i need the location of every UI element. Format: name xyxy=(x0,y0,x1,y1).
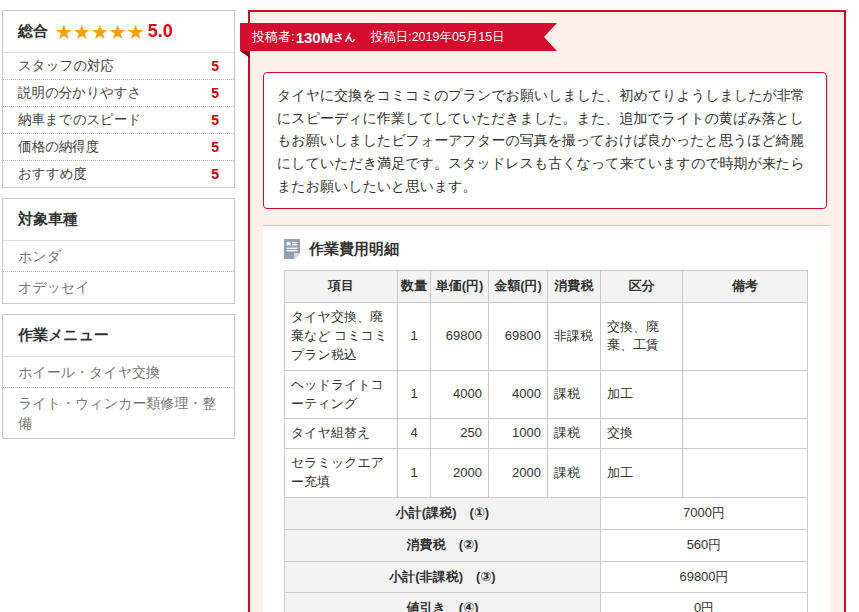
poster-label: 投稿者: xyxy=(252,28,295,46)
cell-tax: 課税 xyxy=(548,370,601,419)
rating-value: 5 xyxy=(211,112,219,128)
cell-price: 69800 xyxy=(431,303,489,371)
summary-label: 小計(課税) (①) xyxy=(285,497,601,529)
post-date: 2019年05月15日 xyxy=(412,29,505,46)
summary-value: 560円 xyxy=(601,529,808,561)
summary-row-subtotal-taxable: 小計(課税) (①) 7000円 xyxy=(285,497,808,529)
summary-value: 69800円 xyxy=(601,561,808,593)
summary-row-tax: 消費税 (②) 560円 xyxy=(285,529,808,561)
star-icon xyxy=(55,21,73,43)
cell-note xyxy=(683,303,808,371)
review-text: タイヤに交換をコミコミのプランでお願いしました、初めてりようしましたが非常にスピ… xyxy=(277,87,805,194)
summary-row-discount: 値引き (④) 0円 xyxy=(285,593,808,612)
sidebar-item-maker[interactable]: ホンダ xyxy=(3,241,234,271)
col-header-category: 区分 xyxy=(601,271,683,303)
col-header-tax: 消費税 xyxy=(548,271,601,303)
cell-price: 250 xyxy=(431,419,489,449)
table-row: タイヤ交換、廃棄など コミコミプラン税込 1 69800 69800 非課税 交… xyxy=(285,303,808,371)
summary-row-subtotal-nontaxable: 小計(非課税) (③) 69800円 xyxy=(285,561,808,593)
sidebar-item-wheel-tire[interactable]: ホイール・タイヤ交換 xyxy=(3,357,234,387)
cell-amount: 1000 xyxy=(489,419,548,449)
summary-label: 消費税 (②) xyxy=(285,529,601,561)
cell-qty: 4 xyxy=(398,419,431,449)
col-header-price: 単価(円) xyxy=(431,271,489,303)
rating-value: 5 xyxy=(211,85,219,101)
rating-label: 納車までのスピード xyxy=(18,111,141,129)
rating-row-recommend: おすすめ度 5 xyxy=(3,160,234,187)
overall-rating-header: 総合 5.0 xyxy=(3,11,234,53)
rating-row-speed: 納車までのスピード 5 xyxy=(3,106,234,133)
cell-qty: 1 xyxy=(398,449,431,498)
cell-category: 加工 xyxy=(601,370,683,419)
col-header-amount: 金額(円) xyxy=(489,271,548,303)
document-icon xyxy=(283,239,301,259)
overall-score: 5.0 xyxy=(148,21,173,42)
cell-note xyxy=(683,419,808,449)
poster-name: 130M xyxy=(296,29,334,46)
work-menu-title: 作業メニュー xyxy=(3,315,234,357)
work-cost-header: 作業費用明細 xyxy=(283,239,830,259)
table-row: セラミックエアー充填 1 2000 2000 課税 加工 xyxy=(285,449,808,498)
rating-label: 価格の納得度 xyxy=(18,138,99,156)
cell-category: 加工 xyxy=(601,449,683,498)
table-header-row: 項目 数量 単価(円) 金額(円) 消費税 区分 備考 xyxy=(285,271,808,303)
rating-row-staff: スタッフの対応 5 xyxy=(3,53,234,79)
review-sidebar: 総合 5.0 スタッフの対応 5 説明の分かりやすさ 5 納車までのスピード 5… xyxy=(2,10,235,449)
cell-note xyxy=(683,370,808,419)
cell-item: ヘッドライトコーティング xyxy=(285,370,398,419)
cell-category: 交換、廃棄、工賃 xyxy=(601,303,683,371)
work-cost-title: 作業費用明細 xyxy=(309,240,399,259)
cell-price: 4000 xyxy=(431,370,489,419)
cell-amount: 2000 xyxy=(489,449,548,498)
rating-row-explanation: 説明の分かりやすさ 5 xyxy=(3,79,234,106)
overall-rating-box: 総合 5.0 スタッフの対応 5 説明の分かりやすさ 5 納車までのスピード 5… xyxy=(2,10,235,188)
target-vehicle-box: 対象車種 ホンダ オデッセイ xyxy=(2,198,235,304)
rating-row-price: 価格の納得度 5 xyxy=(3,133,234,160)
col-header-note: 備考 xyxy=(683,271,808,303)
cell-tax: 課税 xyxy=(548,449,601,498)
review-text-box: タイヤに交換をコミコミのプランでお願いしました、初めてりようしましたが非常にスピ… xyxy=(263,72,827,209)
star-rating xyxy=(55,22,145,42)
cell-amount: 69800 xyxy=(489,303,548,371)
cell-qty: 1 xyxy=(398,370,431,419)
review-panel: 投稿者:130Mさん 投稿日:2019年05月15日 タイヤに交換をコミコミのプ… xyxy=(248,10,846,612)
cell-price: 2000 xyxy=(431,449,489,498)
cell-qty: 1 xyxy=(398,303,431,371)
table-row: ヘッドライトコーティング 1 4000 4000 課税 加工 xyxy=(285,370,808,419)
rating-value: 5 xyxy=(211,139,219,155)
cell-tax: 課税 xyxy=(548,419,601,449)
sidebar-item-model[interactable]: オデッセイ xyxy=(3,271,234,302)
rating-label: 説明の分かりやすさ xyxy=(18,84,141,102)
rating-value: 5 xyxy=(211,166,219,182)
poster-ribbon: 投稿者:130Mさん 投稿日:2019年05月15日 xyxy=(240,23,557,51)
star-icon xyxy=(127,21,145,43)
cell-amount: 4000 xyxy=(489,370,548,419)
work-cost-section: 作業費用明細 項目 数量 単価(円) 金額(円) 消費税 区分 備考 xyxy=(263,225,830,612)
star-icon xyxy=(91,21,109,43)
rating-label: おすすめ度 xyxy=(18,165,87,183)
summary-value: 7000円 xyxy=(601,497,808,529)
cell-item: タイヤ組替え xyxy=(285,419,398,449)
star-icon xyxy=(109,21,127,43)
table-row: タイヤ組替え 4 250 1000 課税 交換 xyxy=(285,419,808,449)
rating-label: スタッフの対応 xyxy=(18,57,114,75)
star-icon xyxy=(73,21,91,43)
summary-label: 小計(非課税) (③) xyxy=(285,561,601,593)
cell-item: タイヤ交換、廃棄など コミコミプラン税込 xyxy=(285,303,398,371)
col-header-qty: 数量 xyxy=(398,271,431,303)
cell-tax: 非課税 xyxy=(548,303,601,371)
cell-note xyxy=(683,449,808,498)
poster-suffix: さん xyxy=(333,30,356,45)
col-header-item: 項目 xyxy=(285,271,398,303)
rating-value: 5 xyxy=(211,58,219,74)
target-vehicle-title: 対象車種 xyxy=(3,199,234,241)
work-cost-table: 項目 数量 単価(円) 金額(円) 消費税 区分 備考 タイヤ交換、廃棄など コ… xyxy=(284,270,808,612)
summary-label: 値引き (④) xyxy=(285,593,601,612)
cell-category: 交換 xyxy=(601,419,683,449)
post-date-label: 投稿日: xyxy=(371,29,412,46)
work-menu-box: 作業メニュー ホイール・タイヤ交換 ライト・ウィンカー類修理・整備 xyxy=(2,314,235,440)
sidebar-item-light-repair[interactable]: ライト・ウィンカー類修理・整備 xyxy=(3,387,234,439)
cell-item: セラミックエアー充填 xyxy=(285,449,398,498)
summary-value: 0円 xyxy=(601,593,808,612)
overall-label: 総合 xyxy=(18,22,48,41)
